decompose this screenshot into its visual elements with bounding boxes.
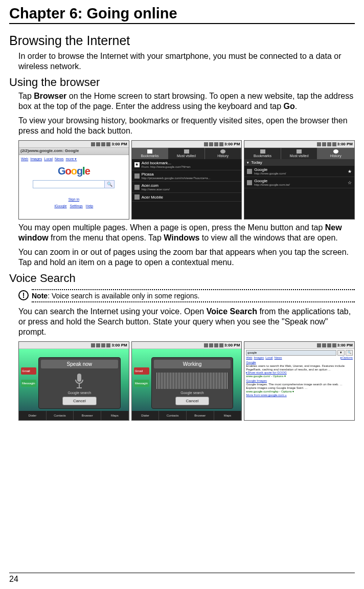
chapter-title: Chapter 6: Going online [9,5,355,24]
google-signin: Sign in [69,198,79,201]
heading-voice-search: Voice Search [9,272,355,285]
svg-rect-2 [77,387,82,388]
tab-history: History [317,148,354,159]
result-title: Google Images [246,379,353,383]
cancel-button: Cancel [175,397,210,405]
screen-speak-now: 3:00 PM Gmail Messagin Speak now Google … [18,341,129,421]
popup-sub: Google search [68,391,92,395]
screen-google: 3:00 PM (2/2)www.google.com: Google WebI… [18,140,129,220]
popup-title: Speak now [41,360,118,368]
google-footer-links: iGoogleSettingsHelp [53,204,95,208]
google-search-box: 🔍 [33,180,115,188]
tab-most-visited: Most visited [168,148,205,159]
popup-title: Working [154,360,231,368]
note-text: : Voice search is available only in some… [48,292,199,300]
bold-go: Go [284,102,295,111]
para-multiple-pages: You may open multiple pages. When a page… [18,223,355,243]
note-icon: ! [18,290,29,300]
bold-browser: Browser [34,92,66,100]
note-box: ! Note: Voice search is available only i… [18,289,355,302]
page-number: 24 [9,575,18,583]
home-gmail-icon: Gmail [21,367,36,375]
search-icon: 🔍 [105,181,114,188]
search-field: google ▾ 🔍 [246,350,353,356]
screenshot-row-2: 3:00 PM Gmail Messagin Speak now Google … [18,341,355,421]
tab-bookmarks: Bookmarks [244,148,281,159]
para-browser-2: To view your browsing history, bookmarks… [18,116,355,136]
tab-most-visited: Most visited [281,148,318,159]
google-nav: WebImagesLocalNewsmore ▾ [19,156,129,162]
para-browser-1: Tap Browser on the Home screen to start … [18,91,355,112]
microphone-icon [73,373,86,390]
voice-popup: Speak now Google search Cancel [38,357,121,409]
history-today: ▾Today [244,159,354,166]
cancel-button: Cancel [62,397,97,405]
para-zoom: You can zoom in or out of pages using th… [18,247,355,268]
svg-rect-1 [79,383,80,387]
screen-results: 3:00 PM google ▾ 🔍 WebImagesLocalNews ▸O… [244,341,355,421]
waveform-icon [156,373,228,389]
page-footer: 24 [9,573,355,584]
heading-using-browser: Using the browser [9,76,355,89]
tab-bookmarks: Bookmarks [132,148,169,159]
google-logo: Google [58,165,90,177]
url-bar: (2/2)www.google.com: Google [19,148,129,155]
tab-history: History [205,148,242,159]
para-voice-search: You can search the Internet using your v… [18,307,355,337]
status-bar: 3:00 PM [19,141,129,148]
note-label: Note [32,292,48,300]
status-time: 3:00 PM [111,142,127,146]
home-messaging-icon: Messagin [21,380,36,387]
heading-browsing: Browsing the Internet [9,33,355,48]
result-title: Google [246,361,353,364]
para-intro: In order to browse the Internet with you… [18,51,355,72]
star-icon: ★ [348,169,352,174]
bookmarks-tabs: Bookmarks Most visited History [132,148,242,159]
search-icon: 🔍 [346,350,353,356]
screen-working: 3:00 PM Gmail Messagin Working Google se… [131,341,242,421]
bold-windows: Windows [164,233,199,242]
star-icon: ☆ [348,180,352,185]
screen-history: 3:00 PM Bookmarks Most visited History ▾… [244,140,355,220]
screenshot-row-1: 3:00 PM (2/2)www.google.com: Google WebI… [18,140,355,220]
screen-bookmarks: 3:00 PM Bookmarks Most visited History ★… [131,140,242,220]
svg-rect-0 [77,374,81,382]
bold-voice-search: Voice Search [207,307,257,316]
